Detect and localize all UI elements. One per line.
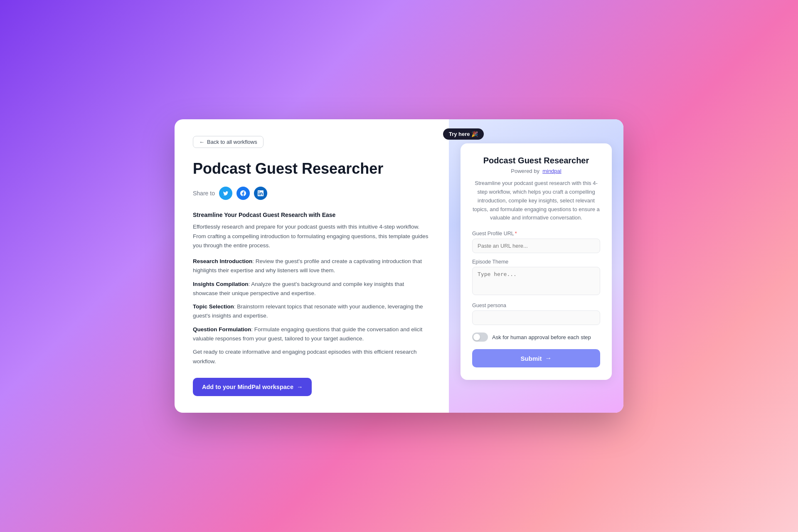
submit-button[interactable]: Submit → (472, 349, 600, 367)
toggle-thumb (473, 334, 480, 340)
step-1-label: Research Introduction (193, 258, 252, 264)
step-1: Research Introduction: Review the guest'… (193, 257, 431, 276)
episode-theme-textarea[interactable] (472, 267, 600, 295)
approval-toggle[interactable] (472, 332, 488, 342)
back-arrow-icon: ← (199, 139, 204, 145)
guest-profile-url-label: Guest Profile URL* (472, 231, 600, 236)
right-panel: Try here 🎉 Podcast Guest Researcher Powe… (449, 119, 623, 413)
add-workspace-button[interactable]: Add to your MindPal workspace → (193, 378, 312, 396)
powered-by: Powered by mindpal (472, 168, 600, 174)
step-4-label: Question Formulation (193, 326, 251, 332)
back-button[interactable]: ← Back to all workflows (193, 136, 264, 148)
guest-profile-url-input[interactable] (472, 239, 600, 253)
step-3: Topic Selection: Brainstorm relevant top… (193, 302, 431, 321)
left-panel: ← Back to all workflows Podcast Guest Re… (175, 119, 449, 413)
step-2: Insights Compilation: Analyze the guest'… (193, 280, 431, 298)
back-button-label: Back to all workflows (207, 139, 257, 145)
share-label: Share to (193, 190, 215, 197)
required-indicator: * (515, 231, 517, 236)
guest-persona-group: Guest persona (472, 303, 600, 325)
main-card: ← Back to all workflows Podcast Guest Re… (175, 119, 623, 413)
share-row: Share to (193, 187, 431, 200)
add-workspace-arrow-icon: → (297, 384, 303, 390)
step-2-label: Insights Compilation (193, 281, 249, 287)
step-4: Question Formulation: Formulate engaging… (193, 325, 431, 344)
guest-persona-label: Guest persona (472, 303, 600, 308)
twitter-share-button[interactable] (219, 187, 232, 200)
episode-theme-label: Episode Theme (472, 259, 600, 265)
page-title: Podcast Guest Researcher (193, 160, 431, 177)
try-here-label: Try here 🎉 (449, 131, 478, 137)
step-3-label: Topic Selection (193, 303, 234, 310)
closing-text: Get ready to create informative and enga… (193, 347, 431, 366)
main-description: Effortlessly research and prepare for yo… (193, 222, 431, 250)
try-here-badge: Try here 🎉 (443, 128, 484, 140)
approval-row: Ask for human approval before each step (472, 332, 600, 342)
form-card: Podcast Guest Researcher Powered by mind… (461, 143, 612, 380)
form-title: Podcast Guest Researcher (472, 156, 600, 165)
submit-label: Submit (521, 355, 542, 362)
submit-arrow-icon: → (545, 355, 552, 362)
episode-theme-group: Episode Theme (472, 259, 600, 297)
guest-profile-url-group: Guest Profile URL* (472, 231, 600, 253)
powered-by-text: Powered by (511, 168, 539, 174)
form-description: Streamline your podcast guest research w… (472, 179, 600, 222)
mindpal-link[interactable]: mindpal (542, 168, 562, 174)
guest-persona-input[interactable] (472, 310, 600, 325)
add-workspace-label: Add to your MindPal workspace (202, 384, 293, 390)
approval-label: Ask for human approval before each step (492, 334, 591, 340)
section-title: Streamline Your Podcast Guest Research w… (193, 212, 431, 218)
facebook-share-button[interactable] (236, 187, 250, 200)
linkedin-share-button[interactable] (254, 187, 267, 200)
